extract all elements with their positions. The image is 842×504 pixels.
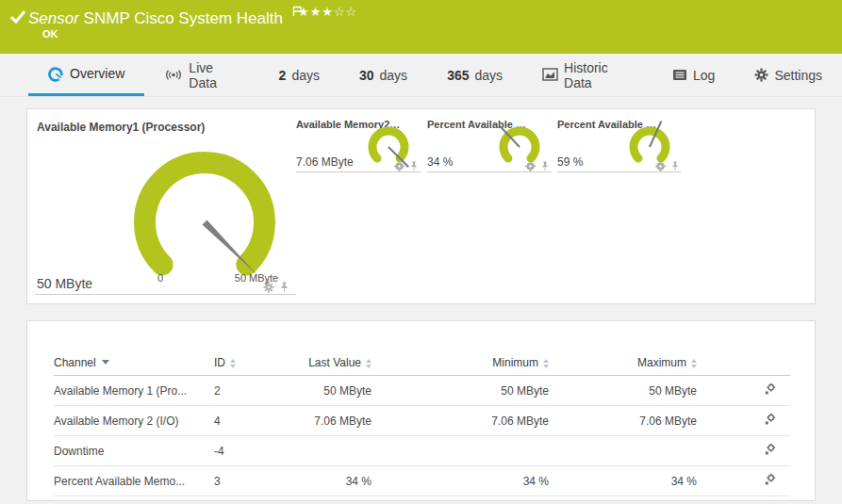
gauge-percent-available-memory-1: Percent Available Mem... 34 % [427,119,552,172]
last-value-cell: 7.06 MByte [282,406,371,436]
minimum-cell: 59 % [371,496,549,504]
channel-name-cell[interactable]: Percent Available Memo... [54,466,214,496]
channel-name-cell[interactable]: Available Memory 1 (Pro... [54,376,214,406]
gauge-current-value: 7.06 MByte [296,155,354,169]
tab-log-label: Log [693,68,715,83]
last-value-cell: 59 % [282,496,371,504]
tab-live-data-label: Live Data [189,60,239,90]
maximum-cell: 34 % [549,466,697,496]
column-header-minimum[interactable]: Minimum [371,351,549,376]
gauge-scale-min: 0 [146,272,174,284]
channel-settings-gears-icon[interactable] [763,413,776,426]
tab-bar: Overview Live Data 2 days 30 days 365 da… [0,54,842,97]
gauge-current-value: 50 MByte [37,276,92,291]
gauge-settings-gear-icon[interactable] [525,161,536,171]
tab-2-days[interactable]: 2 days [259,54,339,96]
tab-historic-data[interactable]: Historic Data [522,54,652,96]
gauge-percent-available-memory-2: Percent Available Mem... 59 % [557,119,682,172]
last-value-cell: 50 MByte [282,376,371,406]
priority-stars[interactable]: ★★★☆☆ [298,5,357,19]
sensor-kind-label: Sensor [28,9,79,27]
minimum-cell: 50 MByte [371,376,549,406]
gauge-settings-gear-icon[interactable] [263,282,274,293]
maximum-cell: 7.06 MByte [549,406,697,436]
gauge-pin-icon[interactable] [409,161,419,171]
channel-id-cell: 3 [214,466,282,496]
tab-365-days[interactable]: 365 days [427,54,522,96]
page-title: SNMP Cisco System Health [84,9,283,27]
table-row[interactable]: Available Memory 2 (I/O) 4 7.06 MByte 7.… [54,406,790,436]
minimum-cell: 7.06 MByte [371,406,549,436]
channel-name-cell[interactable]: Downtime [54,436,214,466]
gauge-pin-icon[interactable] [670,161,680,171]
gauges-panel: Available Memory1 (Processor) x̄ 0 50 MB… [26,108,816,304]
sort-icon [366,359,371,368]
tab-overview[interactable]: Overview [28,54,144,96]
tab-settings-label: Settings [774,68,822,83]
tab-live-data[interactable]: Live Data [144,54,258,96]
column-header-channel[interactable]: Channel [54,351,214,376]
sensor-header: Sensor SNMP Cisco System Health ★★★☆☆ OK [0,0,842,54]
gauge-available-memory2: Available Memory2 (I/O) 7.06 MByte [296,119,421,172]
gauge-current-value: 34 % [427,155,453,169]
last-value-cell [282,436,371,466]
gauge-dial: x̄ [124,142,294,291]
sort-icon [230,359,236,368]
channel-name-cell[interactable]: Percent Available Memo... [54,496,214,504]
tab-2-days-label: days [291,68,320,83]
table-row[interactable]: Downtime -4 [54,436,790,466]
tab-30-days-label: days [380,68,408,83]
gauge-pin-icon[interactable] [279,282,289,293]
tab-30-days[interactable]: 30 days [339,54,427,96]
tab-settings[interactable]: Settings [735,54,842,96]
status-badge: OK [42,28,58,40]
gauge-current-value: 59 % [557,155,583,169]
gauge-settings-gear-icon[interactable] [655,161,666,171]
channel-settings-gears-icon[interactable] [763,473,776,486]
channel-table: Channel ID Last Value Minimum Maximum Av… [54,351,790,504]
tab-historic-data-label: Historic Data [564,60,633,90]
channel-settings-gears-icon[interactable] [763,382,776,396]
tab-log[interactable]: Log [652,54,735,96]
column-header-actions [697,351,790,376]
sort-desc-icon [102,360,109,365]
gauge-icon [48,66,64,82]
channel-settings-gears-icon[interactable] [763,443,776,456]
column-header-id[interactable]: ID [214,351,282,376]
tab-365-days-number: 365 [447,68,469,83]
minimum-cell [371,436,549,466]
channel-id-cell: 2 [214,376,282,406]
minimum-cell: 34 % [371,466,549,496]
channel-name-cell[interactable]: Available Memory 2 (I/O) [54,406,214,436]
chart-icon [542,68,558,82]
gear-icon [754,68,768,82]
gauge-available-memory1: Available Memory1 (Processor) x̄ 0 50 MB… [35,119,295,295]
log-icon [672,69,687,81]
table-row[interactable]: Percent Available Memo... 5 59 % 59 % 59… [54,496,790,504]
sort-icon [543,359,549,368]
tab-30-days-number: 30 [359,68,374,83]
sort-icon [691,359,697,368]
maximum-cell: 59 % [549,496,697,504]
table-row[interactable]: Available Memory 1 (Pro... 2 50 MByte 50… [54,376,790,406]
last-value-cell: 34 % [282,466,371,496]
column-header-maximum[interactable]: Maximum [549,351,697,376]
tab-overview-label: Overview [70,66,124,81]
table-header-row: Channel ID Last Value Minimum Maximum [54,351,790,376]
table-row[interactable]: Percent Available Memo... 3 34 % 34 % 34… [54,466,790,496]
channel-id-cell: 5 [214,496,282,504]
broadcast-icon [164,68,183,82]
gauge-settings-gear-icon[interactable] [394,161,404,171]
column-header-last-value[interactable]: Last Value [282,351,371,376]
maximum-cell: 50 MByte [549,376,697,406]
status-ok-check-icon [9,9,26,24]
gauge-pin-icon[interactable] [540,161,550,171]
channel-id-cell: -4 [214,436,282,466]
tab-2-days-number: 2 [279,68,287,83]
maximum-cell [549,436,697,466]
gauge-title: Available Memory1 (Processor) [35,119,295,134]
tab-365-days-label: days [474,68,503,83]
channel-id-cell: 4 [214,406,282,436]
channel-table-panel: Channel ID Last Value Minimum Maximum Av… [26,320,816,501]
